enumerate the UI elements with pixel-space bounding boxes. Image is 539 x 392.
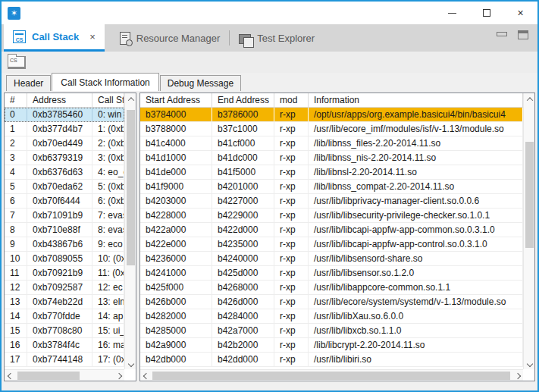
cell-end-address[interactable]: b422d000 [212,223,274,237]
cell-information[interactable]: /lib/libnsl-2.20-2014.11.so [309,165,523,179]
scroll-up-button[interactable] [125,93,136,105]
scroll-down-button[interactable] [524,358,535,369]
cell-start-address[interactable]: b4236000 [140,252,212,265]
call-stack-row[interactable]: 00xb37854600: win [5,108,124,122]
cell-end-address[interactable]: b37c1000 [212,122,274,136]
memory-map-row[interactable]: b425f000b4268000r-xp/usr/lib/libappcore-… [140,281,523,295]
cell-address[interactable]: 0xb3785460 [27,108,92,121]
cell-information[interactable]: /usr/lib/libsensor.so.1.2.0 [309,266,523,280]
cell-num[interactable]: 16 [5,338,27,352]
cell-end-address[interactable]: b4229000 [212,209,274,222]
cell-address[interactable]: 0xb6379319 [27,151,92,165]
cell-mod[interactable]: r-xp [274,281,309,294]
cell-mod[interactable]: r-xp [274,108,309,121]
cell-address[interactable]: 0xb71091b9 [27,209,92,222]
memory-map-row[interactable]: b41c4000b41cf000r-xp/lib/libnss_files-2.… [140,136,523,151]
cell-information[interactable]: /usr/lib/ecore_imf/modules/isf/v-1.13/mo… [309,122,523,136]
cell-callstack[interactable]: 10: (0x [92,252,124,265]
column-header-end-address[interactable]: End Address [212,93,274,107]
cell-num[interactable]: 6 [5,194,27,208]
tab-call-stack[interactable]: CS Call Stack × [4,24,105,52]
cell-mod[interactable]: r-xp [274,266,309,280]
cell-start-address[interactable]: b3788000 [140,122,212,136]
cell-callstack[interactable]: 8: evas [92,223,124,237]
cell-end-address[interactable]: b41cf000 [212,136,274,150]
cell-information[interactable]: /usr/lib/libXau.so.6.0.0 [309,309,523,323]
column-header-address[interactable]: Address [27,93,92,107]
call-stack-row[interactable]: 160xb3784f4c16: ma [5,338,124,353]
tab-resource-manager[interactable]: Resource Manager [111,24,230,52]
call-stack-row[interactable]: 100xb708905510: (0x [5,252,124,266]
cell-num[interactable]: 11 [5,266,27,280]
cell-end-address[interactable]: b42dd000 [212,353,274,366]
cell-callstack[interactable]: 16: ma [92,338,124,352]
cell-address[interactable]: 0xb70ed449 [27,136,92,150]
cell-end-address[interactable]: b3786000 [212,108,274,121]
cell-num[interactable]: 12 [5,281,27,294]
column-header-information[interactable]: Information [309,93,523,107]
cell-mod[interactable]: r-xp [274,252,309,265]
cell-mod[interactable]: r-xp [274,295,309,309]
cell-start-address[interactable]: b3784000 [140,108,212,121]
cell-num[interactable]: 7 [5,209,27,222]
cell-num[interactable]: 10 [5,252,27,265]
memory-map-row[interactable]: b42a9000b42b2000r-xp/lib/libcrypt-2.20-2… [140,338,523,353]
cell-information[interactable]: /usr/lib/ecore/system/systemd/v-1.13/mod… [309,295,523,309]
memory-map-row[interactable]: b3784000b3786000r-xp/opt/usr/apps/org.ex… [140,108,523,122]
cell-end-address[interactable]: b42a7000 [212,324,274,337]
cell-num[interactable]: 4 [5,165,27,179]
left-hscroll-thumb[interactable] [17,372,80,380]
panel-maximize-icon[interactable] [518,30,528,39]
memory-map-row[interactable]: b4285000b42a7000r-xp/usr/lib/libxcb.so.1… [140,324,523,338]
cell-start-address[interactable]: b41f9000 [140,180,212,193]
scroll-left-button[interactable] [5,370,16,381]
cell-num[interactable]: 1 [5,122,27,136]
cell-callstack[interactable]: 15: ui_ [92,324,124,337]
cell-callstack[interactable]: 7: evas [92,209,124,222]
cell-callstack[interactable]: 0: win [92,108,124,121]
cell-address[interactable]: 0xb710e88f [27,223,92,237]
cell-end-address[interactable]: b4227000 [212,194,274,208]
scroll-right-button[interactable] [512,370,523,381]
column-header-start-address[interactable]: Start Address [140,93,212,107]
tab-test-explorer[interactable]: Test Explorer [230,24,324,52]
cell-address[interactable]: 0xb7708c80 [27,324,92,337]
memory-map-row[interactable]: b422e000b4235000r-xp/usr/lib/libcapi-app… [140,237,523,252]
call-stack-row[interactable]: 140xb770fdde14: ap [5,309,124,324]
cell-mod[interactable]: r-xp [274,309,309,323]
call-stack-row[interactable]: 110xb70921b911: (0x [5,266,124,281]
call-stack-row[interactable]: 90xb43867b69: eco [5,237,124,252]
call-stack-row[interactable]: 30xb63793193: (0xb [5,151,124,165]
right-vertical-scrollbar[interactable] [523,93,534,369]
cell-address[interactable]: 0xb3784f4c [27,338,92,352]
right-vscroll-thumb[interactable] [525,142,534,248]
cell-start-address[interactable]: b4285000 [140,324,212,337]
cell-start-address[interactable]: b426b000 [140,295,212,309]
cell-callstack[interactable]: 13: elm [92,295,124,309]
memory-map-row[interactable]: b422a000b422d000r-xp/usr/lib/libcapi-app… [140,223,523,237]
tab-close-icon[interactable]: × [89,31,96,42]
cell-address[interactable]: 0xb6376d63 [27,165,92,179]
cell-information[interactable]: /usr/lib/libiri.so [309,353,523,366]
cell-end-address[interactable]: b4240000 [212,252,274,265]
memory-map-row[interactable]: b4228000b4229000r-xp/usr/lib/libsecurity… [140,209,523,223]
right-hscroll-thumb[interactable] [152,372,510,380]
cell-end-address[interactable]: b41f5000 [212,165,274,179]
memory-map-row[interactable]: b4203000b4227000r-xp/usr/lib/libprivacy-… [140,194,523,209]
cell-information[interactable]: /usr/lib/libprivacy-manager-client.so.0.… [309,194,523,208]
call-stack-row[interactable]: 80xb710e88f8: evas [5,223,124,237]
call-stack-row[interactable]: 70xb71091b97: evas [5,209,124,223]
subtab-call-stack-information[interactable]: Call Stack Information [52,73,158,91]
minimize-button[interactable] [435,2,469,24]
call-stack-row[interactable]: 170xb774414817: (0x [5,353,124,367]
cell-mod[interactable]: r-xp [274,324,309,337]
cell-information[interactable]: /lib/libcrypt-2.20-2014.11.so [309,338,523,352]
memory-map-row[interactable]: b426b000b426d000r-xp/usr/lib/ecore/syste… [140,295,523,309]
cell-end-address[interactable]: b41dc000 [212,151,274,165]
scroll-down-button[interactable] [125,358,136,369]
cell-address[interactable]: 0xb43867b6 [27,237,92,251]
cell-address[interactable]: 0xb7092587 [27,281,92,294]
cell-end-address[interactable]: b42b2000 [212,338,274,352]
cell-num[interactable]: 0 [5,108,27,121]
cell-end-address[interactable]: b4235000 [212,237,274,251]
